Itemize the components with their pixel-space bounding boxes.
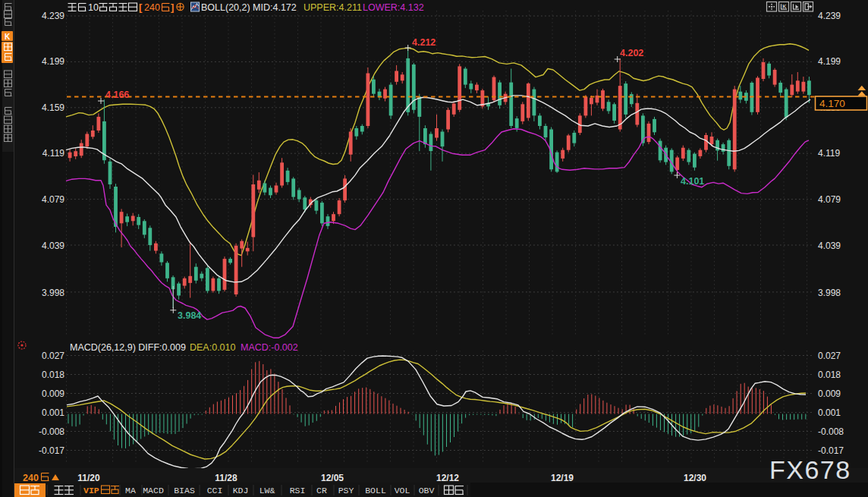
svg-text:DEA:0.010: DEA:0.010 [190, 342, 236, 353]
svg-text:11/28: 11/28 [215, 473, 237, 483]
svg-text:4.239: 4.239 [818, 11, 841, 21]
svg-text:0.027: 0.027 [42, 351, 64, 361]
svg-text:10: 10 [88, 2, 99, 13]
svg-text:4.166: 4.166 [105, 90, 129, 100]
svg-text:[: [ [139, 2, 143, 13]
svg-text:12/12: 12/12 [436, 473, 459, 483]
svg-text:BOLL: BOLL [365, 486, 386, 495]
svg-text:4.202: 4.202 [620, 48, 643, 58]
svg-text:240: 240 [23, 473, 39, 483]
svg-text:]: ] [171, 2, 174, 13]
svg-text:11/20: 11/20 [77, 473, 100, 483]
svg-text:-0.008: -0.008 [39, 426, 64, 437]
svg-text:CR: CR [316, 486, 327, 495]
svg-text:4.159: 4.159 [42, 102, 64, 113]
svg-text:0.018: 0.018 [42, 370, 64, 380]
svg-text:3.998: 3.998 [818, 288, 841, 298]
svg-text:4.119: 4.119 [42, 148, 64, 159]
svg-text:K: K [782, 4, 786, 9]
svg-text:0.018: 0.018 [818, 370, 841, 380]
svg-text:FX678: FX678 [769, 455, 851, 484]
svg-text:0.001: 0.001 [818, 407, 841, 418]
svg-text:3.998: 3.998 [42, 288, 64, 298]
svg-text:OBV: OBV [419, 486, 435, 495]
svg-text:4.199: 4.199 [42, 56, 64, 67]
svg-text:BOLL(20,2) MID:4.172: BOLL(20,2) MID:4.172 [201, 2, 297, 13]
svg-text:K: K [5, 33, 11, 41]
svg-text:MACD(26,12,9) DIFF:0.009: MACD(26,12,9) DIFF:0.009 [70, 342, 186, 353]
svg-text:4.239: 4.239 [42, 11, 64, 21]
svg-text:-0.017: -0.017 [818, 445, 844, 456]
svg-text:4.039: 4.039 [818, 241, 841, 251]
svg-text:UPPER:4.211: UPPER:4.211 [303, 2, 362, 13]
svg-text:KDJ: KDJ [233, 486, 249, 495]
svg-text:-0.017: -0.017 [39, 445, 64, 456]
svg-text:PSY: PSY [338, 486, 354, 495]
svg-text:MACD: MACD [143, 486, 164, 495]
svg-text:4.212: 4.212 [412, 37, 436, 48]
svg-text:CCI: CCI [207, 486, 223, 495]
svg-text:240: 240 [144, 2, 160, 13]
svg-text:4.101: 4.101 [681, 176, 704, 187]
svg-text:4.119: 4.119 [818, 148, 840, 159]
svg-text:4.079: 4.079 [818, 194, 841, 205]
svg-text:12/19: 12/19 [551, 473, 574, 483]
svg-text:-0.008: -0.008 [818, 426, 844, 437]
svg-text:4.170: 4.170 [819, 98, 845, 109]
svg-text:4.199: 4.199 [818, 56, 841, 67]
svg-text:RSI: RSI [290, 486, 306, 495]
svg-text:0.009: 0.009 [818, 388, 841, 399]
svg-text:4.039: 4.039 [42, 241, 64, 251]
svg-text:12/30: 12/30 [684, 473, 706, 483]
svg-text:0.027: 0.027 [818, 351, 841, 361]
svg-text:LOWER:4.132: LOWER:4.132 [363, 2, 424, 13]
svg-text:MA: MA [125, 486, 136, 495]
svg-text:LW&: LW& [259, 486, 275, 495]
svg-text:4.079: 4.079 [42, 194, 64, 205]
svg-text:3.984: 3.984 [178, 310, 201, 321]
svg-text:BIAS: BIAS [174, 486, 195, 495]
svg-text:12/05: 12/05 [321, 473, 344, 483]
svg-text:0.009: 0.009 [42, 388, 64, 399]
svg-text:VIP: VIP [83, 486, 99, 495]
svg-text:0.001: 0.001 [42, 407, 64, 418]
svg-text:VOL: VOL [395, 486, 410, 495]
svg-text:MACD:-0.002: MACD:-0.002 [241, 342, 298, 353]
